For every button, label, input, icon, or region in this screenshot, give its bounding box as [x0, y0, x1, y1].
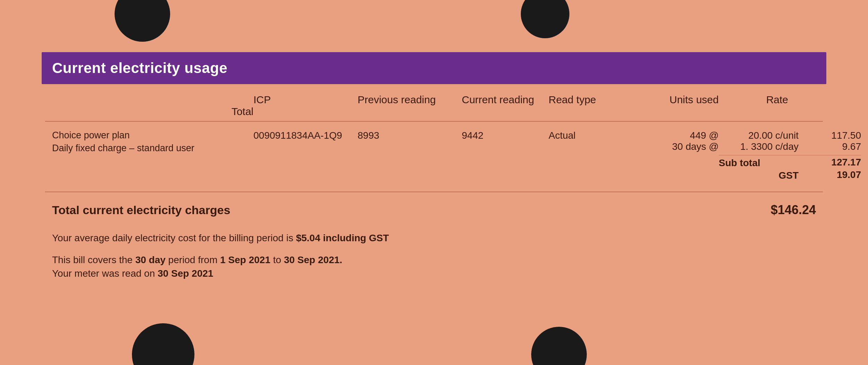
- column-headers: ICP Previous reading Current reading Rea…: [45, 84, 823, 122]
- gst-label: GST: [778, 170, 799, 181]
- total-charges-value: $146.24: [771, 203, 816, 217]
- decorative-circle-top-left: [115, 0, 170, 42]
- total-charges-label: Total current electricity charges: [52, 203, 230, 217]
- plan-name: Choice power plan: [52, 130, 253, 141]
- data-row: Choice power plan Daily fixed charge – s…: [45, 122, 823, 185]
- decorative-circle-bottom-left: [132, 323, 194, 365]
- col-rate: Rate: [719, 94, 788, 106]
- info-line-2: This bill covers the 30 day period from …: [52, 253, 816, 280]
- col-read-type: Read type: [549, 94, 639, 106]
- table-area: ICP Previous reading Current reading Rea…: [42, 84, 826, 292]
- units-line1: 449 @: [639, 130, 719, 141]
- current-reading-value: 9442: [462, 130, 549, 181]
- col-current-reading: Current reading: [462, 94, 549, 106]
- subtotal-value: 127.17: [799, 157, 861, 168]
- plan-fixed-charge: Daily fixed charge – standard user: [52, 143, 253, 154]
- rate-cell: 20.00 c/unit 1. 3300 c/day Sub total GST: [719, 130, 799, 181]
- totals-subtotal-divider: 127.17 19.07: [799, 155, 861, 180]
- plan-info-cell: Choice power plan Daily fixed charge – s…: [52, 130, 253, 181]
- decorative-circle-top-right: [521, 0, 569, 38]
- units-used-cell: 449 @ 30 days @: [639, 130, 719, 181]
- units-line2: 30 days @: [639, 141, 719, 152]
- col-plan: [52, 94, 253, 106]
- total-charges-row: Total current electricity charges $146.2…: [45, 192, 823, 224]
- rate-line1: 20.00 c/unit: [719, 130, 799, 141]
- gst-value: 19.07: [799, 169, 861, 180]
- col-units-used: Units used: [639, 94, 719, 106]
- read-type-value: Actual: [549, 130, 639, 181]
- totals-cell: 117.50 9.67 127.17 19.07: [799, 130, 861, 181]
- info-line-1: Your average daily electricity cost for …: [52, 231, 816, 245]
- decorative-circle-bottom-right: [531, 327, 587, 365]
- total-line2: 9.67: [799, 141, 861, 152]
- previous-reading-value: 8993: [358, 130, 462, 181]
- rate-line2: 1. 3300 c/day: [719, 141, 799, 152]
- section-header: Current electricity usage: [42, 52, 826, 84]
- icp-value: 0090911834AA-1Q9: [253, 130, 358, 181]
- col-icp: ICP: [253, 94, 358, 106]
- info-section: Your average daily electricity cost for …: [45, 224, 823, 292]
- rate-subtotal-divider: Sub total GST: [719, 155, 799, 181]
- col-previous-reading: Previous reading: [358, 94, 462, 106]
- subtotal-label: Sub total: [719, 157, 760, 169]
- section-title: Current electricity usage: [52, 60, 816, 76]
- col-total: Total: [52, 106, 253, 117]
- main-container: Current electricity usage ICP Previous r…: [42, 52, 826, 292]
- total-line1: 117.50: [799, 130, 861, 141]
